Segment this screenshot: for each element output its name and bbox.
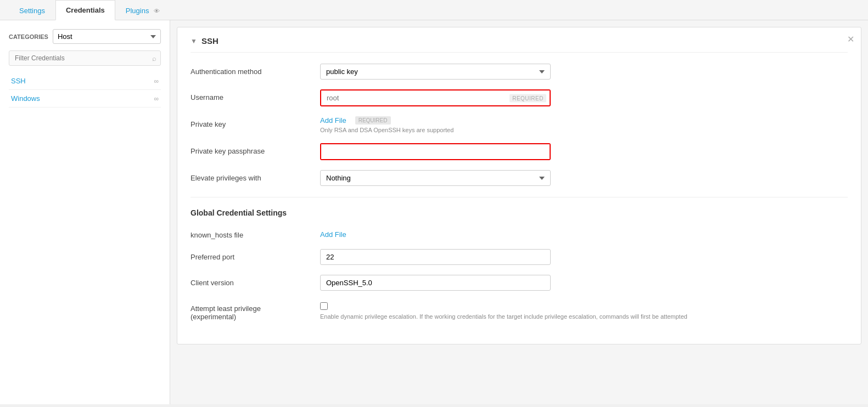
attempt-privilege-row: Attempt least privilege (experimental) E… [191, 301, 848, 321]
attempt-privilege-hint: Enable dynamic privilege escalation. If … [320, 313, 848, 320]
windows-item-label[interactable]: Windows [11, 94, 40, 103]
categories-row: CATEGORIES Host [9, 29, 161, 44]
eye-icon: 👁 [154, 8, 160, 14]
passphrase-label: Private key passphrase [191, 143, 311, 155]
username-row: Username REQUIRED 账号 [191, 89, 848, 106]
passphrase-input[interactable] [321, 144, 550, 159]
close-icon[interactable]: ✕ [847, 34, 854, 44]
elevate-row: Elevate privileges with Nothing sudo su [191, 170, 848, 186]
client-version-input[interactable] [320, 275, 551, 291]
passphrase-input-wrap [320, 143, 551, 160]
ssh-panel-title: SSH [201, 36, 219, 46]
private-key-label: Private key [191, 116, 311, 128]
windows-item-link: ∞ [154, 95, 159, 103]
global-settings-title: Global Credential Settings [191, 208, 848, 217]
filter-wrap: ⌕ [9, 50, 161, 66]
ssh-item-link: ∞ [154, 77, 159, 85]
section-divider [191, 197, 848, 197]
main-layout: CATEGORIES Host ⌕ SSH ∞ Windows ∞ ▼ [0, 20, 868, 404]
host-select[interactable]: Host [53, 29, 161, 44]
attempt-privilege-label: Attempt least privilege (experimental) [191, 301, 311, 321]
username-label: Username [191, 89, 311, 101]
username-input-wrap: REQUIRED [320, 89, 551, 106]
elevate-select[interactable]: Nothing sudo su [320, 170, 551, 186]
sidebar: CATEGORIES Host ⌕ SSH ∞ Windows ∞ [0, 20, 170, 404]
key-hint: Only RSA and DSA OpenSSH keys are suppor… [320, 127, 848, 133]
attempt-privilege-checkbox[interactable] [320, 302, 328, 310]
client-version-control [320, 275, 848, 291]
passphrase-row: Private key passphrase 密码 [191, 143, 848, 160]
private-key-row: Private key Add File REQUIRED Only RSA a… [191, 116, 848, 133]
preferred-port-row: Preferred port [191, 249, 848, 265]
client-version-row: Client version [191, 275, 848, 291]
ssh-panel: ▼ SSH ✕ Authentication method public key… [177, 27, 861, 344]
preferred-port-input[interactable] [320, 249, 551, 265]
sidebar-item-ssh: SSH ∞ [9, 72, 161, 90]
tab-settings[interactable]: Settings [9, 1, 55, 20]
elevate-control: Nothing sudo su [320, 170, 848, 186]
preferred-port-label: Preferred port [191, 249, 311, 261]
username-required-badge: REQUIRED [509, 94, 546, 102]
collapse-icon[interactable]: ▼ [191, 37, 197, 45]
auth-method-control: public key password certificate [320, 64, 848, 80]
passphrase-control [320, 143, 848, 160]
known-hosts-control: Add File [320, 227, 848, 239]
ssh-item-label[interactable]: SSH [11, 77, 26, 85]
top-tabs: Settings Credentials Plugins 👁 [0, 0, 868, 20]
filter-credentials-input[interactable] [9, 50, 161, 66]
right-content: ▼ SSH ✕ Authentication method public key… [170, 20, 868, 404]
attempt-privilege-control: Enable dynamic privilege escalation. If … [320, 301, 848, 320]
checkbox-wrap [320, 301, 848, 310]
tab-credentials[interactable]: Credentials [55, 0, 115, 20]
sidebar-item-windows: Windows ∞ [9, 90, 161, 108]
private-key-control: Add File REQUIRED Only RSA and DSA OpenS… [320, 116, 848, 133]
known-hosts-add-file-button[interactable]: Add File [320, 230, 346, 239]
auth-method-row: Authentication method public key passwor… [191, 64, 848, 80]
sidebar-items-list: SSH ∞ Windows ∞ [9, 72, 161, 108]
ssh-panel-header: ▼ SSH ✕ [191, 36, 848, 53]
known-hosts-row: known_hosts file Add File [191, 227, 848, 239]
client-version-label: Client version [191, 275, 311, 287]
username-control: REQUIRED [320, 89, 848, 106]
search-icon: ⌕ [152, 54, 156, 63]
auth-method-select[interactable]: public key password certificate [320, 64, 551, 80]
preferred-port-control [320, 249, 848, 265]
tab-plugins[interactable]: Plugins 👁 [115, 1, 170, 20]
elevate-label: Elevate privileges with [191, 170, 311, 182]
add-file-button[interactable]: Add File [320, 116, 346, 125]
known-hosts-label: known_hosts file [191, 227, 311, 239]
private-key-required-badge: REQUIRED [355, 116, 391, 125]
categories-label: CATEGORIES [9, 33, 48, 40]
auth-method-label: Authentication method [191, 64, 311, 76]
